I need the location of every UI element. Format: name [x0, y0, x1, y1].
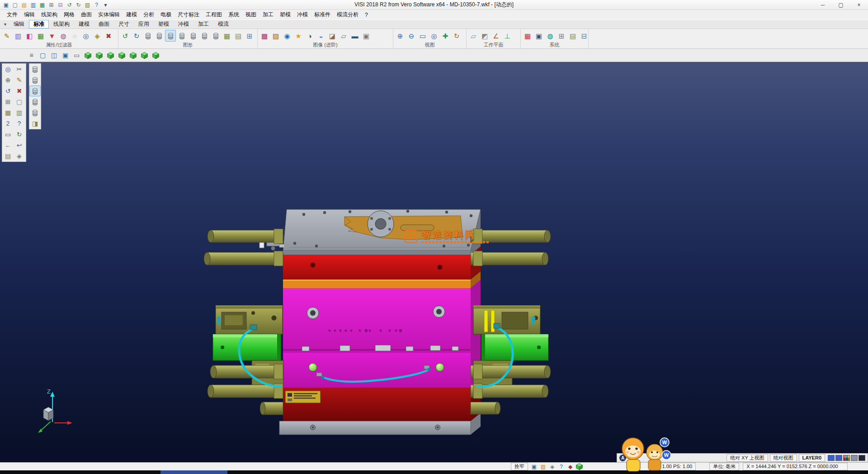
select-icon[interactable]: ◎ [2, 64, 14, 75]
viewport-3d[interactable]: Z 智造资料网 [0, 62, 868, 462]
tab-mold[interactable]: 塑模 [154, 20, 174, 28]
sketch-icon[interactable]: ✎ [14, 75, 25, 85]
show-elements-icon[interactable]: ◎ [80, 30, 91, 42]
layer-list-icon[interactable]: ▤ [2, 151, 14, 161]
tab-moldflow[interactable]: 模流 [213, 20, 233, 28]
flat-shaded-display-icon[interactable] [199, 30, 210, 42]
material-brush-icon[interactable]: ◨ [29, 118, 41, 129]
screen-capture-icon[interactable]: ▣ [530, 463, 538, 470]
axonometric-view-icon[interactable] [151, 50, 161, 61]
menu-file[interactable]: 文件 [4, 9, 21, 20]
grid-icon[interactable]: ▦ [2, 107, 14, 118]
menu-surface[interactable]: 曲面 [78, 9, 95, 20]
plot-icon[interactable]: ⊟ [56, 1, 65, 9]
print-preview-icon[interactable]: ⊞ [2, 96, 14, 107]
menu-system[interactable]: 系统 [225, 9, 242, 20]
help-2-icon[interactable]: ? [557, 463, 566, 470]
maximize-view-icon[interactable]: ▭ [71, 50, 82, 61]
menu-machining[interactable]: 加工 [259, 9, 277, 20]
grid-display-icon[interactable]: ▦ [222, 30, 232, 42]
single-window-icon[interactable]: ▢ [38, 50, 48, 61]
shading-mode-2-icon[interactable] [29, 75, 41, 85]
matrix-display-icon[interactable]: ⊞ [244, 30, 255, 42]
background-icon[interactable]: ▬ [349, 30, 360, 42]
view-2d-icon[interactable]: 2 [2, 118, 14, 129]
zoom-window-icon[interactable]: ▭ [417, 30, 428, 42]
snap-settings-icon[interactable]: ⊞ [556, 30, 567, 42]
material-icon[interactable]: ◆ [566, 463, 575, 470]
copy-icon[interactable]: ▧ [83, 1, 92, 9]
menu-analysis[interactable]: 分析 [140, 9, 157, 20]
customize-quick-access-icon[interactable]: ▾ [101, 1, 110, 9]
tab-modeling[interactable]: 建模 [74, 20, 94, 28]
active-layer-indicator[interactable]: LAYER0 [799, 454, 825, 462]
top-view-icon[interactable] [105, 50, 116, 61]
menu-standard-parts[interactable]: 标准件 [311, 9, 334, 20]
rotate-view-icon[interactable]: ↻ [451, 30, 462, 42]
view-cube-icon[interactable] [575, 463, 584, 470]
left-view-icon[interactable] [128, 50, 138, 61]
zoom-out-icon[interactable]: ⊖ [406, 30, 417, 42]
palette-swatch[interactable] [843, 455, 850, 461]
layer-grid-icon[interactable]: ▤ [233, 30, 244, 42]
refresh-icon[interactable]: ↻ [14, 129, 25, 140]
menu-dimensioning[interactable]: 尺寸标注 [175, 9, 203, 20]
workplane-3points-icon[interactable]: ∠ [491, 30, 501, 42]
menu-edit[interactable]: 编辑 [21, 9, 38, 20]
menu-view[interactable]: 视图 [242, 9, 259, 20]
redo-icon[interactable]: ↻ [74, 1, 83, 9]
save-icon[interactable]: ▥ [29, 1, 38, 9]
shading-mode-5-icon[interactable] [29, 107, 41, 118]
menu-electrode[interactable]: 电极 [157, 9, 175, 20]
undo-icon[interactable]: ↺ [65, 1, 74, 9]
edit-attributes-icon[interactable]: ✎ [1, 30, 12, 42]
menu-drafting[interactable]: 工程图 [203, 9, 225, 20]
texture-icon[interactable]: ▨ [270, 30, 281, 42]
close-button[interactable]: × [850, 0, 868, 10]
transparent-display-icon[interactable] [188, 30, 198, 42]
purge-icon[interactable]: ✖ [103, 30, 114, 42]
material-icon[interactable]: ◉ [282, 30, 292, 42]
open-file-icon[interactable]: ▤ [20, 1, 28, 9]
save-all-icon[interactable]: ▦ [38, 1, 47, 9]
previous-view-icon[interactable]: ← [2, 140, 14, 151]
table-icon[interactable]: ▤ [567, 30, 578, 42]
menu-solid-edit[interactable]: 实体编辑 [95, 9, 123, 20]
tab-machining[interactable]: 加工 [193, 20, 213, 28]
menu-progressive-die[interactable]: 冲模 [294, 9, 311, 20]
menu-wireframe[interactable]: 线架构 [38, 9, 61, 20]
chevron-down-icon[interactable]: ▾ [1, 22, 9, 27]
calculator-icon[interactable]: ⊟ [579, 30, 590, 42]
regenerate-icon[interactable]: ↻ [131, 30, 142, 42]
tab-surface[interactable]: 曲面 [94, 20, 114, 28]
background-swatch[interactable] [859, 455, 865, 461]
match-properties-icon[interactable]: ▥ [13, 30, 24, 42]
tab-die[interactable]: 冲模 [174, 20, 193, 28]
tab-application[interactable]: 应用 [134, 20, 154, 28]
image-export-icon[interactable]: ▨ [539, 463, 547, 470]
view-mode-indicator[interactable]: 绝对 XY 上视图 [726, 454, 768, 462]
display-settings-icon[interactable]: ▣ [533, 30, 544, 42]
shadow-icon[interactable]: ◑ [304, 30, 315, 42]
menu-help[interactable]: ? [362, 10, 371, 19]
menu-plastic-mold[interactable]: 塑模 [277, 9, 294, 20]
shading-mode-4-icon[interactable] [29, 96, 41, 107]
color-palette-icon[interactable]: ▦ [522, 30, 533, 42]
shading-mode-1-icon[interactable] [29, 64, 41, 75]
zoom-in-icon[interactable]: ⊕ [395, 30, 406, 42]
rotate-view-icon[interactable]: ↺ [2, 85, 14, 96]
delete-icon[interactable]: ✖ [14, 85, 25, 96]
zoom-extents-icon[interactable]: ◎ [429, 30, 439, 42]
pan-icon[interactable]: ✚ [440, 30, 451, 42]
app-icon[interactable]: ▣ [2, 1, 10, 9]
sheet-icon[interactable]: ▢ [14, 96, 25, 107]
tab-wireframe[interactable]: 线架构 [49, 20, 74, 28]
wireframe-display-icon[interactable] [142, 30, 153, 42]
back-view-icon[interactable] [139, 50, 150, 61]
hide-elements-icon[interactable]: ◌ [69, 30, 80, 42]
units-indicator[interactable]: 单位: 毫米 [709, 463, 739, 470]
shading-mode-3-icon[interactable] [29, 85, 41, 96]
advanced-render-icon[interactable]: ▩ [259, 30, 270, 42]
front-view-icon[interactable] [94, 50, 104, 61]
monitor-icon[interactable]: ▣ [60, 50, 71, 61]
